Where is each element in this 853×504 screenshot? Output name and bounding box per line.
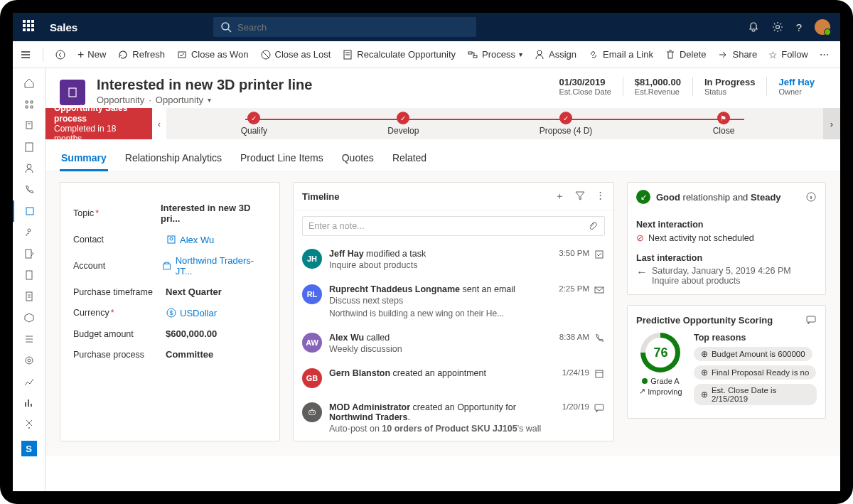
close-won-button[interactable]: Close as Won: [176, 49, 249, 60]
tab-related[interactable]: Related: [391, 146, 428, 171]
svg-point-35: [313, 412, 314, 413]
tab-quotes[interactable]: Quotes: [340, 146, 375, 171]
timeline-title: Timeline: [302, 191, 340, 202]
sidebar-item-calls[interactable]: [13, 179, 45, 200]
record-view[interactable]: Opportunity: [156, 95, 203, 105]
svg-point-15: [27, 164, 31, 168]
timeline-more-icon[interactable]: ⋮: [596, 190, 605, 203]
tab-summary[interactable]: Summary: [60, 146, 108, 171]
phone-icon: [594, 333, 605, 344]
refresh-button[interactable]: Refresh: [117, 49, 165, 60]
svg-rect-30: [596, 251, 603, 258]
sidebar-item-docs[interactable]: [13, 264, 45, 286]
bell-icon[interactable]: [748, 21, 759, 33]
chevron-down-icon[interactable]: ▾: [208, 96, 211, 104]
stage-qualify[interactable]: ✓Qualify: [241, 112, 267, 136]
command-bar: +New Refresh Close as Won Close as Lost …: [13, 41, 840, 68]
process-name-block[interactable]: Opportunity Sales process Completed in 1…: [45, 108, 152, 139]
back-icon[interactable]: [55, 49, 66, 60]
app-launcher-icon[interactable]: [23, 20, 37, 34]
sidebar-item-list[interactable]: [13, 328, 45, 350]
sidebar-item-quotes[interactable]: [13, 243, 45, 264]
follow-button[interactable]: ☆Follow: [768, 49, 808, 60]
sidebar-item-products[interactable]: [13, 307, 45, 328]
field-contact[interactable]: Alex Wu: [166, 234, 214, 245]
field-account[interactable]: Northwind Traders-JT...: [161, 255, 267, 277]
timeline-item[interactable]: MOD Administrator created an Opportunity…: [294, 395, 613, 441]
next-interaction-value: Next activity not scheduled: [648, 233, 754, 243]
svg-point-2: [776, 26, 779, 29]
sidebar-item-pinned[interactable]: [13, 115, 45, 136]
svg-rect-13: [26, 122, 32, 129]
svg-point-12: [537, 50, 542, 55]
sidebar-item-contacts[interactable]: [13, 158, 45, 179]
new-button[interactable]: +New: [77, 48, 106, 61]
process-button[interactable]: Process▾: [467, 49, 522, 60]
global-search[interactable]: [213, 17, 476, 37]
last-interaction-date: Saturday, January 5, 2019 4:26 PM: [652, 266, 791, 276]
info-icon[interactable]: [805, 191, 817, 203]
timeline-item[interactable]: RL Ruprecht Thaddeus Longname sent an em…: [294, 277, 613, 326]
sidebar-item-settings[interactable]: [13, 414, 45, 435]
svg-rect-27: [163, 264, 171, 269]
avatar-initials: GB: [302, 368, 322, 388]
field-topic[interactable]: Interested in new 3D pri...: [161, 203, 267, 224]
svg-point-26: [170, 237, 173, 240]
svg-point-17: [28, 229, 31, 232]
field-currency[interactable]: $USDollar: [166, 307, 217, 318]
reason-chip[interactable]: ⊕Budget Amount is 600000: [694, 347, 812, 361]
sidebar-item-chart[interactable]: [13, 392, 45, 414]
record-entity-icon: [60, 80, 85, 105]
user-avatar[interactable]: [815, 19, 830, 35]
reason-chip[interactable]: ⊕Final Proposal Ready is no: [694, 365, 816, 380]
sidebar-item-activities[interactable]: [13, 136, 45, 158]
sidebar-item-goals[interactable]: [13, 350, 45, 371]
stage-develop[interactable]: ✓Develop: [387, 112, 419, 136]
menu-icon[interactable]: [20, 49, 31, 60]
sidebar-item-home[interactable]: [13, 73, 45, 94]
close-lost-button[interactable]: Close as Lost: [260, 49, 331, 60]
attachment-icon[interactable]: [587, 220, 599, 232]
assign-button[interactable]: Assign: [534, 49, 576, 60]
field-purchase-timeframe[interactable]: Next Quarter: [166, 286, 222, 297]
more-commands-icon[interactable]: ⋯: [820, 49, 829, 60]
timeline-item[interactable]: JH Jeff Hay modified a task Inquire abou…: [294, 242, 613, 277]
stage-propose[interactable]: ✓Propose (4 D): [540, 112, 593, 136]
process-next-icon[interactable]: ›: [823, 108, 840, 139]
sidebar-item-recent[interactable]: [13, 94, 45, 115]
sidebar-item-analytics[interactable]: [13, 371, 45, 392]
tab-relationship-analytics[interactable]: Relationship Analytics: [124, 146, 223, 171]
email-icon: [594, 284, 605, 296]
reason-chip[interactable]: ⊕Est. Close Date is 2/15/2019: [694, 384, 817, 405]
stage-close[interactable]: ⚑Close: [713, 112, 735, 136]
help-icon[interactable]: ?: [796, 21, 802, 33]
email-link-button[interactable]: Email a Link: [588, 49, 653, 60]
sidebar-item-leads[interactable]: [13, 222, 45, 243]
share-button[interactable]: Share: [717, 49, 757, 60]
timeline-add-icon[interactable]: ＋: [555, 190, 564, 203]
search-input[interactable]: [237, 22, 469, 33]
svg-rect-38: [807, 316, 815, 322]
gear-icon[interactable]: [772, 21, 783, 33]
delete-button[interactable]: Delete: [665, 49, 707, 60]
svg-rect-24: [69, 88, 76, 97]
timeline-item[interactable]: GB Gern Blanston created an appointment …: [294, 361, 613, 395]
timeline-filter-icon[interactable]: [574, 190, 586, 201]
owner-link[interactable]: Jeff Hay: [778, 77, 815, 87]
chat-icon[interactable]: [805, 314, 817, 326]
recalculate-button[interactable]: Recalculate Opportunity: [342, 49, 456, 60]
timeline-note-input[interactable]: Enter a note...: [302, 216, 605, 236]
sidebar-item-docs2[interactable]: [13, 286, 45, 307]
tab-product-line-items[interactable]: Product Line Items: [239, 146, 325, 171]
process-prev-icon[interactable]: ‹: [152, 108, 166, 139]
timeline-item[interactable]: AW Alex Wu called Weekly discussion 8:38…: [294, 326, 613, 361]
predictive-scoring-card: Predictive Opportunity Scoring 76 Grade …: [627, 305, 826, 419]
field-purchase-process[interactable]: Committee: [166, 349, 213, 360]
chevron-down-icon: ▾: [519, 50, 522, 58]
bot-avatar-icon: [302, 402, 322, 422]
sidebar-item-opportunities[interactable]: [13, 200, 45, 222]
field-budget[interactable]: $600,000.00: [166, 328, 217, 339]
sidebar-footer-area[interactable]: S: [21, 441, 37, 456]
relationship-health: Good relationship and Steady: [656, 192, 781, 203]
record-title: Interested in new 3D printer line: [97, 77, 312, 93]
